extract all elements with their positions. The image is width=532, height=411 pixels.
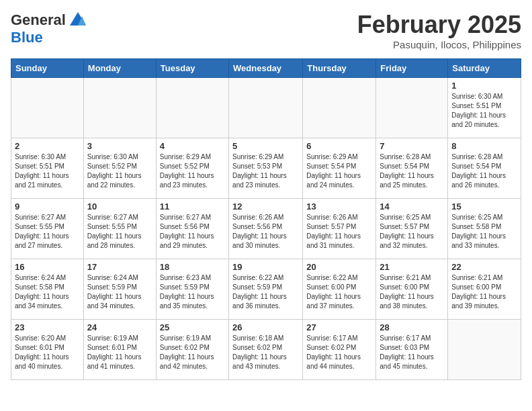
day-info: Sunrise: 6:30 AM Sunset: 5:51 PM Dayligh… [451,92,517,130]
day-number: 20 [306,262,372,272]
weekday-header-wednesday: Wednesday [229,59,303,78]
calendar-cell: 22Sunrise: 6:21 AM Sunset: 6:00 PM Dayli… [448,259,521,320]
calendar-cell: 12Sunrise: 6:26 AM Sunset: 5:56 PM Dayli… [229,199,303,259]
day-number: 26 [232,322,299,332]
day-number: 22 [451,262,517,272]
day-info: Sunrise: 6:17 AM Sunset: 6:03 PM Dayligh… [380,334,444,371]
day-number: 18 [160,262,225,272]
day-info: Sunrise: 6:23 AM Sunset: 5:59 PM Dayligh… [160,273,225,311]
day-number: 15 [451,201,517,212]
day-info: Sunrise: 6:30 AM Sunset: 5:52 PM Dayligh… [87,152,152,190]
main-title: February 2025 [357,11,521,39]
subtitle: Pasuquin, Ilocos, Philippines [357,39,521,50]
day-number: 28 [380,322,444,332]
calendar-cell [448,320,521,380]
day-number: 7 [380,141,444,151]
day-number: 12 [232,201,299,212]
calendar-cell: 7Sunrise: 6:28 AM Sunset: 5:54 PM Daylig… [376,138,448,199]
calendar-cell: 10Sunrise: 6:27 AM Sunset: 5:55 PM Dayli… [83,199,156,259]
week-row-2: 2Sunrise: 6:30 AM Sunset: 5:51 PM Daylig… [11,138,521,199]
day-number: 25 [160,322,225,332]
calendar-cell [376,78,448,138]
day-info: Sunrise: 6:28 AM Sunset: 5:54 PM Dayligh… [380,152,444,190]
calendar-cell [303,78,376,138]
day-number: 1 [451,81,517,91]
calendar-cell: 18Sunrise: 6:23 AM Sunset: 5:59 PM Dayli… [156,259,228,320]
header: General Blue February 2025 Pasuquin, Ilo… [11,11,521,50]
calendar-cell [83,78,156,138]
week-row-3: 9Sunrise: 6:27 AM Sunset: 5:55 PM Daylig… [11,199,521,259]
calendar-cell [11,78,84,138]
day-info: Sunrise: 6:26 AM Sunset: 5:57 PM Dayligh… [306,213,372,250]
calendar-cell: 13Sunrise: 6:26 AM Sunset: 5:57 PM Dayli… [303,199,376,259]
calendar-cell: 25Sunrise: 6:19 AM Sunset: 6:02 PM Dayli… [156,320,228,380]
calendar-cell: 28Sunrise: 6:17 AM Sunset: 6:03 PM Dayli… [376,320,448,380]
calendar-cell: 4Sunrise: 6:29 AM Sunset: 5:52 PM Daylig… [156,138,228,199]
calendar-cell: 2Sunrise: 6:30 AM Sunset: 5:51 PM Daylig… [11,138,84,199]
title-section: February 2025 Pasuquin, Ilocos, Philippi… [357,11,521,50]
day-info: Sunrise: 6:26 AM Sunset: 5:56 PM Dayligh… [232,213,299,250]
day-info: Sunrise: 6:24 AM Sunset: 5:59 PM Dayligh… [87,273,152,311]
week-row-5: 23Sunrise: 6:20 AM Sunset: 6:01 PM Dayli… [11,320,521,380]
day-info: Sunrise: 6:30 AM Sunset: 5:51 PM Dayligh… [15,152,80,190]
logo: General Blue [11,11,87,46]
calendar-cell: 14Sunrise: 6:25 AM Sunset: 5:57 PM Dayli… [376,199,448,259]
day-number: 24 [87,322,152,332]
day-number: 13 [306,201,372,212]
calendar-cell: 9Sunrise: 6:27 AM Sunset: 5:55 PM Daylig… [11,199,84,259]
calendar-cell: 21Sunrise: 6:21 AM Sunset: 6:00 PM Dayli… [376,259,448,320]
day-number: 8 [451,141,517,151]
week-row-4: 16Sunrise: 6:24 AM Sunset: 5:58 PM Dayli… [11,259,521,320]
calendar-cell: 17Sunrise: 6:24 AM Sunset: 5:59 PM Dayli… [83,259,156,320]
day-number: 3 [87,141,152,151]
calendar-cell: 3Sunrise: 6:30 AM Sunset: 5:52 PM Daylig… [83,138,156,199]
calendar-cell: 19Sunrise: 6:22 AM Sunset: 5:59 PM Dayli… [229,259,303,320]
weekday-header-tuesday: Tuesday [156,59,228,78]
day-number: 2 [15,141,80,151]
calendar-cell: 16Sunrise: 6:24 AM Sunset: 5:58 PM Dayli… [11,259,84,320]
calendar-cell [156,78,228,138]
day-info: Sunrise: 6:18 AM Sunset: 6:02 PM Dayligh… [232,334,299,371]
calendar-cell: 23Sunrise: 6:20 AM Sunset: 6:01 PM Dayli… [11,320,84,380]
day-info: Sunrise: 6:29 AM Sunset: 5:52 PM Dayligh… [160,152,225,190]
day-number: 11 [160,201,225,212]
calendar-cell: 8Sunrise: 6:28 AM Sunset: 5:54 PM Daylig… [448,138,521,199]
logo-blue: Blue [11,30,87,46]
day-number: 9 [15,201,80,212]
day-info: Sunrise: 6:28 AM Sunset: 5:54 PM Dayligh… [451,152,517,190]
calendar-cell: 5Sunrise: 6:29 AM Sunset: 5:53 PM Daylig… [229,138,303,199]
day-info: Sunrise: 6:22 AM Sunset: 5:59 PM Dayligh… [232,273,299,311]
calendar-cell: 6Sunrise: 6:29 AM Sunset: 5:54 PM Daylig… [303,138,376,199]
calendar-cell: 11Sunrise: 6:27 AM Sunset: 5:56 PM Dayli… [156,199,228,259]
calendar-cell: 20Sunrise: 6:22 AM Sunset: 6:00 PM Dayli… [303,259,376,320]
day-info: Sunrise: 6:27 AM Sunset: 5:55 PM Dayligh… [15,213,80,250]
weekday-header-thursday: Thursday [303,59,376,78]
day-number: 17 [87,262,152,272]
day-info: Sunrise: 6:25 AM Sunset: 5:58 PM Dayligh… [451,213,517,250]
calendar-cell: 27Sunrise: 6:17 AM Sunset: 6:02 PM Dayli… [303,320,376,380]
calendar: SundayMondayTuesdayWednesdayThursdayFrid… [11,58,521,380]
day-info: Sunrise: 6:27 AM Sunset: 5:55 PM Dayligh… [87,213,152,250]
day-number: 19 [232,262,299,272]
weekday-header-saturday: Saturday [448,59,521,78]
calendar-cell: 26Sunrise: 6:18 AM Sunset: 6:02 PM Dayli… [229,320,303,380]
day-number: 14 [380,201,444,212]
day-number: 21 [380,262,444,272]
day-number: 27 [306,322,372,332]
day-info: Sunrise: 6:19 AM Sunset: 6:02 PM Dayligh… [160,334,225,371]
day-number: 23 [15,322,80,332]
day-number: 4 [160,141,225,151]
day-info: Sunrise: 6:17 AM Sunset: 6:02 PM Dayligh… [306,334,372,371]
day-info: Sunrise: 6:19 AM Sunset: 6:01 PM Dayligh… [87,334,152,371]
week-row-1: 1Sunrise: 6:30 AM Sunset: 5:51 PM Daylig… [11,78,521,138]
day-info: Sunrise: 6:27 AM Sunset: 5:56 PM Dayligh… [160,213,225,250]
day-info: Sunrise: 6:29 AM Sunset: 5:53 PM Dayligh… [232,152,299,190]
logo-icon [69,11,87,30]
calendar-cell: 1Sunrise: 6:30 AM Sunset: 5:51 PM Daylig… [448,78,521,138]
weekday-header-friday: Friday [376,59,448,78]
day-info: Sunrise: 6:22 AM Sunset: 6:00 PM Dayligh… [306,273,372,311]
weekday-header-row: SundayMondayTuesdayWednesdayThursdayFrid… [11,59,521,78]
calendar-cell: 15Sunrise: 6:25 AM Sunset: 5:58 PM Dayli… [448,199,521,259]
day-number: 5 [232,141,299,151]
day-info: Sunrise: 6:21 AM Sunset: 6:00 PM Dayligh… [380,273,444,311]
